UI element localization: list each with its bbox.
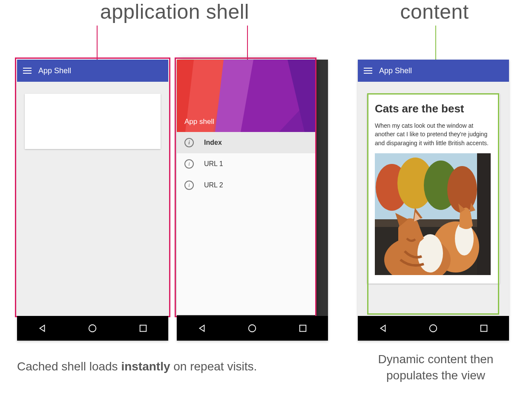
phone-shell-empty: App Shell	[17, 60, 168, 341]
drawer-item-index[interactable]: i Index	[177, 132, 315, 153]
phone-content: App Shell Cats are the best When my cats…	[358, 60, 509, 341]
nav-back-icon[interactable]	[37, 324, 47, 333]
caption-shell-prefix: Cached shell loads	[17, 360, 121, 373]
article-image-cats	[375, 153, 491, 275]
info-icon: i	[184, 159, 194, 169]
drawer-header-title: App shell	[184, 118, 214, 126]
android-nav-bar	[358, 316, 509, 341]
app-bar-title: App Shell	[379, 66, 412, 75]
app-bar: App Shell	[17, 60, 168, 82]
nav-home-icon[interactable]	[247, 324, 257, 333]
android-nav-bar	[177, 316, 328, 341]
drawer-list: i Index i URL 1 i URL 2	[177, 132, 315, 196]
svg-rect-9	[299, 325, 306, 332]
nav-back-icon[interactable]	[378, 324, 388, 333]
svg-point-8	[249, 325, 256, 332]
svg-point-27	[430, 325, 437, 332]
label-application-shell: application shell	[89, 0, 260, 23]
svg-point-0	[89, 325, 96, 332]
android-nav-bar	[17, 316, 168, 341]
caption-content: Dynamic content then populates the view	[357, 351, 515, 384]
drawer-item-url1[interactable]: i URL 1	[177, 153, 315, 175]
empty-content-card	[25, 94, 161, 149]
nav-back-icon[interactable]	[197, 324, 207, 333]
drawer-item-label: Index	[204, 139, 222, 146]
svg-rect-1	[140, 325, 146, 332]
nav-recent-icon[interactable]	[298, 324, 308, 333]
nav-home-icon[interactable]	[88, 324, 97, 333]
nav-drawer: App shell i Index i URL 1 i URL 2	[177, 60, 315, 315]
leader-line-shell-1	[97, 26, 98, 60]
article-title: Cats are the best	[375, 102, 492, 115]
drawer-item-label: URL 1	[204, 160, 223, 168]
svg-rect-28	[480, 325, 487, 332]
nav-home-icon[interactable]	[428, 324, 438, 333]
leader-line-shell-2	[247, 26, 248, 60]
label-content: content	[379, 0, 490, 23]
caption-shell-suffix: on repeat visits.	[170, 360, 257, 373]
info-icon: i	[184, 181, 194, 190]
app-bar-title: App Shell	[38, 66, 71, 75]
drawer-item-label: URL 2	[204, 181, 223, 189]
phone-shell-drawer: App shell i Index i URL 1 i URL 2	[177, 60, 328, 341]
nav-recent-icon[interactable]	[479, 324, 489, 333]
drawer-item-url2[interactable]: i URL 2	[177, 175, 315, 196]
caption-shell: Cached shell loads instantly on repeat v…	[17, 360, 257, 373]
caption-shell-bold: instantly	[121, 360, 170, 373]
info-icon: i	[184, 138, 194, 147]
svg-rect-12	[477, 153, 491, 275]
nav-recent-icon[interactable]	[138, 324, 148, 333]
hamburger-icon[interactable]	[364, 68, 372, 74]
app-bar: App Shell	[358, 60, 509, 82]
drawer-header: App shell	[177, 60, 315, 132]
article-body: When my cats look out the window at anot…	[375, 121, 492, 147]
content-card: Cats are the best When my cats look out …	[367, 94, 500, 284]
hamburger-icon[interactable]	[23, 68, 32, 74]
